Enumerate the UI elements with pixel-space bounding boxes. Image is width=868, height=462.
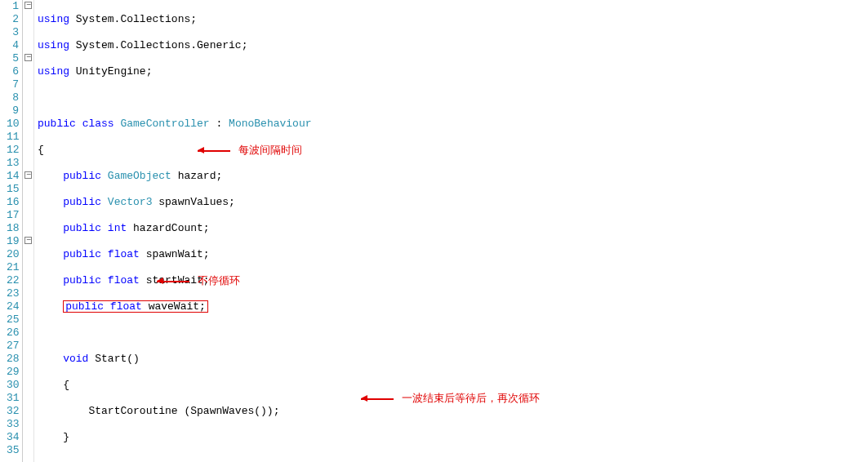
annotation-wavewait: 每波间隔时间 bbox=[238, 144, 302, 157]
fold-toggle[interactable] bbox=[24, 171, 32, 179]
line-number-gutter: 1234567891011121314151617181920212223242… bbox=[0, 0, 23, 462]
highlighted-declaration: public float waveWait; bbox=[63, 300, 208, 313]
code-editor[interactable]: using System.Collections; using System.C… bbox=[34, 0, 868, 462]
fold-column bbox=[23, 0, 34, 462]
annotation-waveend: 一波结束后等待后，再次循环 bbox=[402, 392, 540, 405]
fold-toggle[interactable] bbox=[24, 237, 32, 244]
arrow-head-icon bbox=[198, 147, 204, 153]
arrow-head-icon bbox=[361, 395, 367, 402]
arrow-head-icon bbox=[157, 278, 163, 284]
fold-toggle[interactable] bbox=[24, 54, 32, 61]
annotation-whiletrue: 不停循环 bbox=[198, 274, 240, 287]
fold-toggle[interactable] bbox=[24, 2, 32, 9]
